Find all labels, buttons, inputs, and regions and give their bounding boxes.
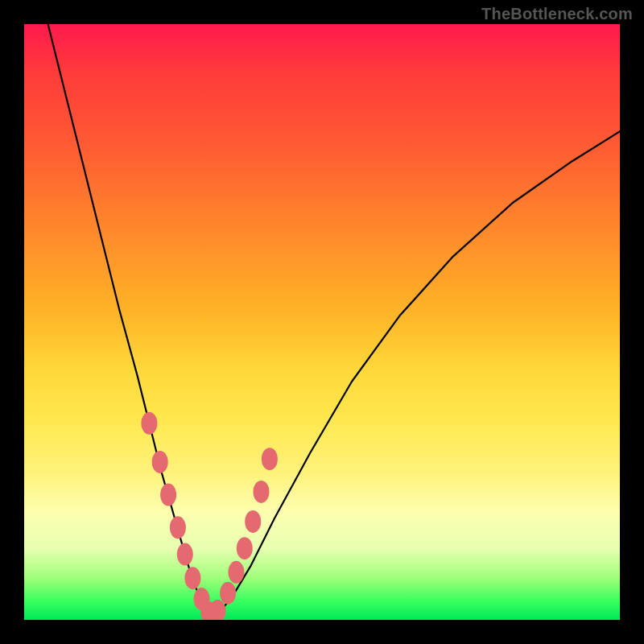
highlight-dot bbox=[262, 448, 278, 470]
highlight-dot bbox=[141, 412, 157, 435]
highlight-dot bbox=[220, 582, 236, 605]
highlight-dot bbox=[228, 561, 244, 584]
highlight-dot bbox=[152, 451, 168, 473]
highlight-markers-group bbox=[141, 412, 278, 620]
highlight-dot bbox=[170, 516, 186, 539]
gradient-plot-area bbox=[24, 24, 620, 620]
highlight-dot bbox=[245, 510, 261, 533]
highlight-dot bbox=[237, 537, 253, 559]
highlight-dot bbox=[184, 567, 200, 589]
highlight-dot bbox=[177, 543, 193, 566]
watermark-text: TheBottleneck.com bbox=[481, 5, 633, 23]
chart-frame: TheBottleneck.com bbox=[0, 0, 644, 644]
bottleneck-curve-path bbox=[48, 24, 620, 614]
highlight-dot bbox=[160, 484, 176, 506]
highlight-dot bbox=[254, 481, 270, 503]
bottleneck-curve-svg bbox=[24, 24, 620, 620]
